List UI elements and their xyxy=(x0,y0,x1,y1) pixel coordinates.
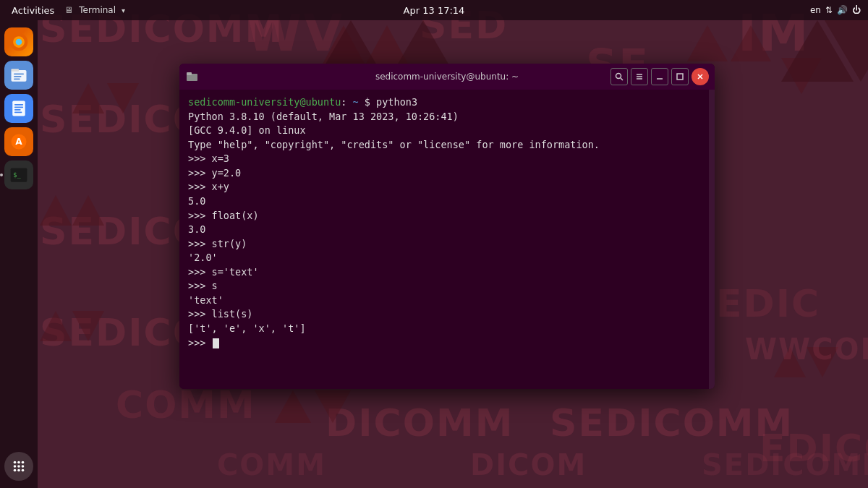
terminal-close-button[interactable] xyxy=(692,68,709,85)
svg-point-2 xyxy=(16,39,22,46)
svg-point-18 xyxy=(17,461,20,464)
terminal-line-13: >>> s xyxy=(188,279,706,294)
svg-point-23 xyxy=(14,469,17,472)
terminal-line-5: >>> y=2.0 xyxy=(188,166,706,181)
svg-rect-10 xyxy=(14,106,23,108)
desktop: SEDICOMM WV SED SE IM SEDICOMM SE DICOMM… xyxy=(0,0,868,488)
terminal-window: sedicomm-university@ubuntu: ~ xyxy=(179,64,715,389)
terminal-titlebar: sedicomm-university@ubuntu: ~ xyxy=(179,64,715,90)
titlebar-right xyxy=(610,68,709,85)
terminal-line-2: [GCC 9.4.0] on linux xyxy=(188,124,706,138)
top-bar-datetime: Apr 13 17:14 xyxy=(404,5,465,16)
svg-rect-11 xyxy=(14,109,21,111)
terminal-minimize-button[interactable] xyxy=(651,68,668,85)
svg-text:A: A xyxy=(15,137,22,147)
top-bar: Activities 🖥 Terminal ▾ Apr 13 17:14 en … xyxy=(0,0,868,20)
svg-point-17 xyxy=(14,461,17,464)
svg-rect-8 xyxy=(12,101,25,116)
wm12: DICOMM xyxy=(326,401,514,445)
svg-point-24 xyxy=(17,469,20,472)
terminal-body[interactable]: sedicomm-university@ubuntu: ~ $ python3 … xyxy=(179,90,715,389)
svg-rect-5 xyxy=(14,73,24,74)
terminal-line-14: 'text' xyxy=(188,294,706,308)
dock-item-files[interactable] xyxy=(4,61,33,90)
svg-point-28 xyxy=(616,74,621,79)
dock-bottom xyxy=(4,452,33,481)
svg-rect-6 xyxy=(14,76,22,77)
svg-point-21 xyxy=(17,465,20,468)
power-icon: ⏻ xyxy=(852,5,861,15)
terminal-line-15: >>> list(s) xyxy=(188,307,706,322)
terminal-line-1: Python 3.8.10 (default, Mar 13 2023, 10:… xyxy=(188,110,706,124)
terminal-menu-label[interactable]: Terminal xyxy=(79,5,116,15)
wm19: SEDICOMM xyxy=(702,448,868,481)
svg-point-19 xyxy=(22,461,25,464)
top-bar-left: Activities 🖥 Terminal ▾ xyxy=(7,4,125,17)
terminal-line-11: '2.0' xyxy=(188,251,706,265)
terminal-dock-icon: $_ xyxy=(9,165,29,185)
terminal-folder-icon xyxy=(185,69,200,84)
wm11: COMM xyxy=(116,383,256,427)
dock-item-appstore[interactable]: A xyxy=(4,127,33,156)
terminal-menu-arrow: ▾ xyxy=(122,7,125,14)
docs-icon xyxy=(9,98,29,119)
terminal-search-button[interactable] xyxy=(610,68,628,85)
svg-text:$_: $_ xyxy=(13,171,21,179)
titlebar-left xyxy=(185,69,200,84)
svg-rect-7 xyxy=(14,78,20,80)
firefox-icon xyxy=(9,32,29,52)
svg-point-22 xyxy=(22,465,25,468)
dock-item-docs[interactable] xyxy=(4,94,33,123)
wm14: EDICO xyxy=(760,427,868,470)
terminal-menu-icon: 🖥 xyxy=(64,5,73,15)
terminal-line-8: >>> float(x) xyxy=(188,209,706,223)
terminal-scrollbar[interactable] xyxy=(709,90,715,389)
wm17: COMM xyxy=(217,448,326,481)
terminal-title: sedicomm-university@ubuntu: ~ xyxy=(375,72,519,82)
wm13: SEDICOMM xyxy=(550,401,793,445)
activities-button[interactable]: Activities xyxy=(7,4,59,17)
terminal-line-0: sedicomm-university@ubuntu: ~ $ python3 xyxy=(188,95,706,110)
files-icon xyxy=(9,65,29,85)
terminal-line-9: 3.0 xyxy=(188,223,706,237)
terminal-line-3: Type "help", "copyright", "credits" or "… xyxy=(188,138,706,153)
dock-item-terminal[interactable]: $_ xyxy=(4,160,33,189)
dock-active-indicator xyxy=(0,174,3,176)
wm15: EDIC xyxy=(716,282,820,325)
grid-icon xyxy=(11,458,27,474)
volume-icon: 🔊 xyxy=(837,5,848,15)
terminal-line-10: >>> str(y) xyxy=(188,237,706,252)
svg-rect-34 xyxy=(677,74,683,80)
show-applications-button[interactable] xyxy=(4,452,33,481)
svg-rect-12 xyxy=(14,111,22,113)
terminal-line-7: 5.0 xyxy=(188,194,706,209)
left-dock: A $_ xyxy=(0,20,38,488)
svg-point-25 xyxy=(22,469,25,472)
terminal-menu-button[interactable] xyxy=(631,68,648,85)
terminal-maximize-button[interactable] xyxy=(671,68,689,85)
terminal-line-6: >>> x+y xyxy=(188,180,706,194)
svg-line-29 xyxy=(621,78,623,80)
svg-rect-4 xyxy=(12,69,20,72)
lang-indicator[interactable]: en xyxy=(810,5,821,15)
terminal-line-16: ['t', 'e', 'x', 't'] xyxy=(188,322,706,336)
terminal-line-17: >>> xyxy=(188,336,706,351)
svg-rect-9 xyxy=(14,104,23,106)
appstore-icon: A xyxy=(9,132,29,152)
network-icon: ⇅ xyxy=(825,5,833,15)
wm16: WWCOMM xyxy=(745,333,868,366)
top-bar-right: en ⇅ 🔊 ⏻ xyxy=(810,5,861,15)
svg-rect-27 xyxy=(187,72,192,75)
svg-point-20 xyxy=(14,465,17,468)
terminal-line-4: >>> x=3 xyxy=(188,152,706,166)
wm18: DICOM xyxy=(470,448,587,481)
dock-item-firefox[interactable] xyxy=(4,27,33,56)
terminal-line-12: >>> s='text' xyxy=(188,265,706,280)
